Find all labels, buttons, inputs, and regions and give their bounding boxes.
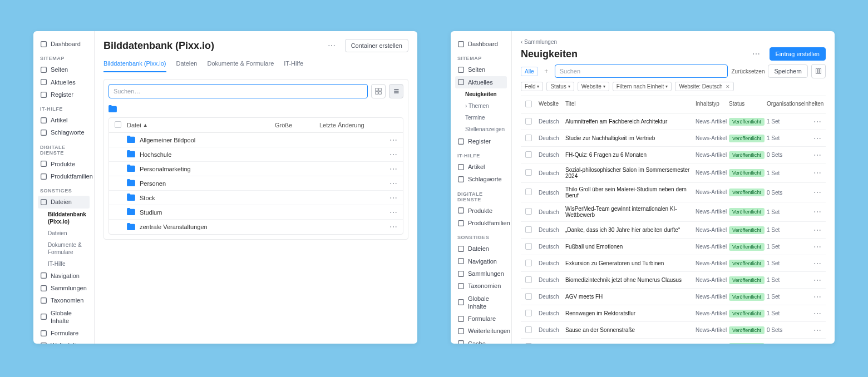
- row-checkbox[interactable]: [525, 260, 532, 266]
- table-row[interactable]: Hochschule ⋯: [109, 147, 403, 162]
- create-entry-button[interactable]: Eintrag erstellen: [770, 47, 826, 61]
- folder-breadcrumb[interactable]: [108, 103, 403, 117]
- tab-0[interactable]: Bilddatenbank (Pixx.io): [103, 58, 166, 72]
- row-actions-icon[interactable]: ⋯: [386, 136, 401, 145]
- view-grid-button[interactable]: [371, 84, 386, 98]
- col-file[interactable]: Datei ▲: [127, 122, 275, 128]
- sidebar-item-navigation[interactable]: Navigation: [455, 255, 507, 267]
- row-checkbox[interactable]: [525, 169, 532, 176]
- search-input[interactable]: [108, 84, 368, 98]
- row-actions-icon[interactable]: ⋯: [386, 222, 401, 231]
- sidebar-item-produktfamilien[interactable]: Produktfamilien: [38, 170, 90, 182]
- row-actions-icon[interactable]: ⋯: [386, 165, 401, 173]
- sidebar-item-dateien[interactable]: Dateien: [38, 196, 90, 208]
- sidebar-item-taxonomien[interactable]: Taxonomien: [38, 294, 90, 306]
- table-row[interactable]: Stock ⋯: [109, 191, 403, 205]
- table-row[interactable]: Deutsch Exkursion zu Generatoren und Tur…: [521, 255, 826, 272]
- row-actions-icon[interactable]: ⋯: [810, 259, 825, 268]
- col-type[interactable]: Inhaltstyp: [696, 101, 729, 108]
- table-row[interactable]: Deutsch Rennwagen im Rektoratsflur News-…: [521, 305, 826, 322]
- row-actions-icon[interactable]: ⋯: [810, 276, 825, 285]
- breadcrumb[interactable]: ‹ Sammlungen: [521, 39, 826, 45]
- sidebar-item-register[interactable]: Register: [38, 88, 90, 101]
- table-row[interactable]: Deutsch WisPerMed-Team gewinnt internati…: [521, 202, 826, 222]
- row-checkbox[interactable]: [525, 310, 532, 316]
- sidebar-sub-dokumente[interactable]: Dokumente & Formulare: [38, 239, 90, 258]
- table-row[interactable]: Deutsch Hochschul-WM mit FH-Student Flor…: [521, 339, 826, 344]
- sidebar-item-schlagworte[interactable]: Schlagworte: [455, 173, 507, 185]
- close-icon[interactable]: ✕: [726, 84, 730, 90]
- row-actions-icon[interactable]: ⋯: [810, 188, 825, 197]
- create-container-button[interactable]: Container erstellen: [345, 39, 408, 52]
- sidebar-item-taxonomien[interactable]: Taxonomien: [455, 280, 507, 292]
- row-actions-icon[interactable]: ⋯: [386, 150, 401, 159]
- row-actions-icon[interactable]: ⋯: [810, 309, 825, 318]
- table-row[interactable]: Deutsch FH-Quiz: 6 Fragen zu 6 Monaten N…: [521, 147, 826, 163]
- sidebar-sub-termine[interactable]: Termine: [455, 112, 507, 123]
- row-checkbox[interactable]: [525, 135, 532, 141]
- filter-all[interactable]: Alle: [521, 67, 538, 76]
- col-website[interactable]: Website: [539, 101, 565, 108]
- sidebar-sub-themen[interactable]: › Themen: [455, 100, 507, 112]
- sidebar-item-globale[interactable]: Globale Inhalte: [38, 307, 90, 328]
- more-icon[interactable]: ⋯: [324, 41, 339, 50]
- select-all-checkbox[interactable]: [525, 101, 532, 107]
- table-row[interactable]: Allgemeiner Bildpool ⋯: [109, 133, 403, 147]
- sidebar-item-aktuelles[interactable]: Aktuelles: [38, 76, 90, 88]
- row-actions-icon[interactable]: ⋯: [810, 168, 825, 177]
- row-actions-icon[interactable]: ⋯: [810, 134, 825, 143]
- table-row[interactable]: Deutsch Sause an der Sonnenstraße News-​…: [521, 322, 826, 339]
- row-actions-icon[interactable]: ⋯: [386, 179, 401, 188]
- sidebar-item-weiterleitungen[interactable]: Weiterleitungen: [38, 339, 90, 344]
- sidebar-dashboard[interactable]: Dashboard: [455, 38, 507, 50]
- sidebar-item-schlagworte[interactable]: Schlagworte: [38, 126, 90, 138]
- table-row[interactable]: Deutsch „Danke, dass ich 30 Jahre hier a…: [521, 222, 826, 239]
- filter-chip-1[interactable]: Status▾: [546, 82, 574, 91]
- row-checkbox[interactable]: [525, 151, 532, 158]
- row-actions-icon[interactable]: ⋯: [810, 117, 825, 126]
- sidebar-item-register[interactable]: Register: [455, 135, 507, 147]
- sidebar-item-weiterleitungen[interactable]: Weiterleitungen: [455, 325, 507, 337]
- row-checkbox[interactable]: [525, 276, 532, 283]
- table-row[interactable]: Deutsch Fußball und Emotionen News-​Arti…: [521, 239, 826, 255]
- row-checkbox[interactable]: [525, 326, 532, 333]
- col-org[interactable]: Organisationseinheiten: [767, 101, 810, 108]
- sidebar-item-cache[interactable]: Cache: [455, 338, 507, 344]
- sidebar-sub-neuigkeiten[interactable]: Neuigkeiten: [455, 88, 507, 100]
- row-checkbox[interactable]: [525, 188, 532, 195]
- tab-2[interactable]: Dokumente & Formulare: [207, 58, 274, 72]
- search-input[interactable]: [555, 65, 728, 78]
- sidebar-sub-ithilfesub[interactable]: IT-Hilfe: [38, 258, 90, 270]
- table-row[interactable]: Personalmarketing ⋯: [109, 162, 403, 176]
- sidebar-item-aktuelles[interactable]: Aktuelles: [455, 76, 507, 88]
- sidebar-item-seiten[interactable]: Seiten: [38, 63, 90, 76]
- col-date[interactable]: Letzte Änderung: [319, 122, 386, 128]
- reset-link[interactable]: Zurücksetzen: [731, 68, 765, 75]
- sidebar-item-formulare[interactable]: Formulare: [455, 312, 507, 325]
- row-actions-icon[interactable]: ⋯: [810, 326, 825, 335]
- row-actions-icon[interactable]: ⋯: [810, 226, 825, 235]
- save-button[interactable]: Speichern: [768, 65, 808, 78]
- row-checkbox[interactable]: [525, 293, 532, 300]
- select-all-checkbox[interactable]: [115, 121, 121, 128]
- row-actions-icon[interactable]: ⋯: [810, 343, 825, 344]
- sidebar-sub-sub-dateien[interactable]: Dateien: [38, 227, 90, 239]
- folder-home-icon[interactable]: [108, 106, 117, 114]
- sidebar-item-seiten[interactable]: Seiten: [455, 63, 507, 76]
- table-row[interactable]: Deutsch Thilo Groll über sein Malerei-St…: [521, 183, 826, 202]
- row-checkbox[interactable]: [525, 208, 532, 215]
- table-row[interactable]: Studium ⋯: [109, 205, 403, 220]
- table-row[interactable]: Personen ⋯: [109, 176, 403, 191]
- table-row[interactable]: Deutsch AGV meets FH News-​Artikel Veröf…: [521, 289, 826, 305]
- table-row[interactable]: Deutsch Biomedizintechnik jetzt ohne Num…: [521, 272, 826, 289]
- row-actions-icon[interactable]: ⋯: [810, 242, 825, 251]
- filter-chip-0[interactable]: Feld▾: [521, 82, 543, 91]
- sidebar-item-artikel[interactable]: Artikel: [455, 161, 507, 173]
- row-actions-icon[interactable]: ⋯: [386, 208, 401, 217]
- tab-3[interactable]: IT-Hilfe: [284, 58, 303, 72]
- sidebar-item-sammlungen[interactable]: Sammlungen: [455, 267, 507, 280]
- sidebar-item-globale[interactable]: Globale Inhalte: [455, 292, 507, 313]
- row-actions-icon[interactable]: ⋯: [386, 194, 401, 202]
- sidebar-item-produkte[interactable]: Produkte: [455, 205, 507, 217]
- row-checkbox[interactable]: [525, 226, 532, 233]
